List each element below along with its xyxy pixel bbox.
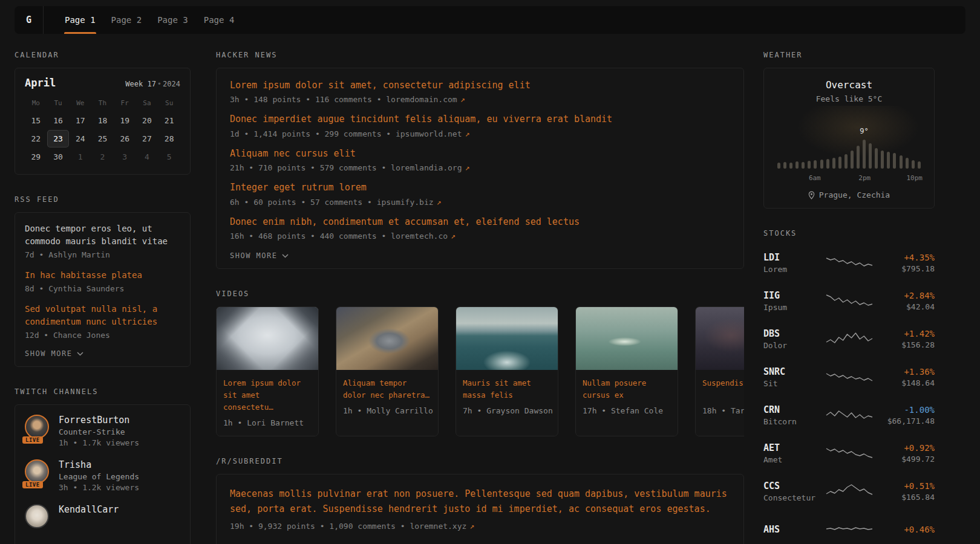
weather-bar (789, 163, 792, 169)
stock-row[interactable]: DBSDolor+1.42%$156.28 (763, 320, 935, 358)
video-card[interactable]: Nullam posuere cursus ex17h • Stefan Col… (575, 306, 678, 436)
hackernews-item-domain[interactable]: ipsumify.biz (377, 198, 434, 207)
weather-bar (863, 140, 866, 169)
show-more-label: SHOW MORE (230, 251, 278, 260)
stocks-list: LDILorem+4.35%$795.18IIGIpsum+2.84%$42.0… (763, 244, 935, 544)
twitch-channel-name[interactable]: KendallCarr (59, 504, 119, 515)
nav-tab-page-1[interactable]: Page 1 (57, 6, 103, 34)
app-logo[interactable]: G (15, 6, 44, 34)
weather-bar (893, 153, 896, 169)
stock-row[interactable]: CRNBitcorn-1.00%$66,171.48 (763, 396, 935, 434)
video-title[interactable]: Lorem ipsum dolor sit amet consectetu… (223, 377, 313, 413)
left-column: CALENDAR April Week 17•2024 MoTuWeThFrSa… (15, 34, 191, 544)
nav-tab-page-3[interactable]: Page 3 (149, 6, 196, 34)
hackernews-items: Lorem ipsum dolor sit amet, consectetur … (230, 79, 730, 242)
nav-tab-page-4[interactable]: Page 4 (196, 6, 243, 34)
calendar-day: 20 (136, 112, 158, 129)
weather-bar-column (875, 148, 878, 169)
stock-sparkline (819, 520, 879, 539)
stock-identity: LDILorem (763, 252, 819, 274)
stock-sparkline (819, 292, 879, 310)
weather-bar-column (851, 151, 854, 169)
hackernews-item-domain[interactable]: loremdomain.com (386, 95, 457, 104)
weather-bar-column (814, 160, 817, 169)
hackernews-item-domain[interactable]: loremlandia.org (391, 163, 462, 172)
hackernews-item-title[interactable]: Donec enim nibh, condimentum et accumsan… (230, 216, 730, 228)
stock-identity: SNRCSit (763, 366, 819, 388)
hackernews-item: Donec imperdiet augue tincidunt felis al… (230, 113, 730, 139)
twitch-channel-name[interactable]: Trisha (59, 459, 139, 470)
stock-row[interactable]: SNRCSit+1.36%$148.64 (763, 358, 935, 396)
hackernews-item-title[interactable]: Integer eget rutrum lorem (230, 181, 730, 193)
twitch-avatar-wrap: LIVE (25, 415, 50, 444)
rss-item-title[interactable]: Sed volutpat nulla nisl, a condimentum n… (25, 303, 180, 328)
separator-dot: • (156, 80, 163, 88)
twitch-channel-meta: 3h • 1.2k viewers (59, 483, 139, 492)
weather-bar-column (777, 163, 780, 169)
stock-symbol: AET (763, 442, 819, 453)
calendar-dow-label: Sa (136, 95, 158, 111)
hackernews-item-title[interactable]: Lorem ipsum dolor sit amet, consectetur … (230, 79, 730, 91)
video-title[interactable]: Aliquam tempor dolor nec pharetra… (343, 377, 433, 401)
reddit-item-domain[interactable]: loremnet.xyz (410, 522, 466, 531)
stock-values: -1.00%$66,171.48 (879, 405, 935, 426)
rss-show-more-button[interactable]: SHOW MORE (25, 349, 83, 358)
hackernews-item-meta: 6h • 60 points • 57 comments • ipsumify.… (230, 197, 730, 208)
video-meta: 1h • Lori Barnett (223, 418, 313, 427)
weather-bar-column (869, 143, 872, 169)
stock-values: +0.92%$499.72 (879, 443, 935, 464)
calendar-day: 28 (158, 130, 180, 147)
stock-price: $156.28 (879, 340, 935, 349)
twitch-channel-info: TrishaLeague of Legends3h • 1.2k viewers (59, 459, 139, 492)
videos-row: Lorem ipsum dolor sit amet consectetu…1h… (216, 306, 744, 436)
rss-item-title[interactable]: Donec tempor eros leo, ut commodo mauris… (25, 222, 180, 248)
top-nav: G Page 1Page 2Page 3Page 4 (15, 6, 965, 34)
hackernews-item-title[interactable]: Aliquam nec cursus elit (230, 147, 730, 160)
twitch-channel-item[interactable]: KendallCarr (25, 504, 180, 533)
chevron-down-icon (282, 254, 289, 258)
stock-row[interactable]: CCSConsectetur+0.51%$165.84 (763, 472, 935, 510)
hackernews-item-domain[interactable]: loremtech.co (391, 232, 448, 241)
stock-row[interactable]: LDILorem+4.35%$795.18 (763, 244, 935, 282)
hackernews-item-stats: 3h • 148 points • 116 comments • (230, 95, 386, 104)
calendar-day: 24 (69, 130, 91, 147)
hackernews-item-domain[interactable]: ipsumworld.net (396, 129, 462, 138)
stock-identity: CRNBitcorn (763, 404, 819, 426)
weather-bar-column (906, 158, 909, 169)
stock-change: +0.92% (879, 443, 935, 453)
video-card[interactable]: Suspendisse diam18h • Tara (695, 306, 744, 436)
stock-row[interactable]: AHS+0.46% (763, 510, 935, 544)
video-title[interactable]: Suspendisse diam (702, 377, 744, 401)
stock-sparkline-svg (826, 482, 873, 500)
stock-row[interactable]: IIGIpsum+2.84%$42.04 (763, 282, 935, 320)
weather-bar-column (826, 159, 829, 169)
twitch-channel-item[interactable]: LIVETrishaLeague of Legends3h • 1.2k vie… (25, 459, 180, 492)
video-meta: 18h • Tara (702, 406, 744, 415)
calendar-day: 1 (69, 148, 91, 166)
stock-change: +4.35% (879, 253, 935, 262)
weather-bar-column (900, 155, 903, 169)
rss-item-meta: 7d • Ashlyn Martin (25, 250, 180, 259)
calendar-header: April Week 17•2024 (25, 77, 180, 89)
avatar (25, 415, 49, 439)
nav-tab-page-2[interactable]: Page 2 (103, 6, 150, 34)
video-card[interactable]: Lorem ipsum dolor sit amet consectetu…1h… (216, 306, 319, 436)
reddit-item-title[interactable]: Maecenas mollis pulvinar erat non posuer… (230, 487, 730, 517)
weather-bar (783, 162, 786, 169)
stock-row[interactable]: AETAmet+0.92%$499.72 (763, 434, 935, 472)
twitch-channel-item[interactable]: LIVEForrestBurtonCounter-Strike1h • 1.7k… (25, 415, 180, 447)
video-title[interactable]: Mauris sit amet massa felis (463, 377, 553, 401)
weather-bar (795, 161, 799, 169)
video-card[interactable]: Aliquam tempor dolor nec pharetra…1h • M… (336, 306, 439, 436)
hackernews-item-title[interactable]: Donec imperdiet augue tincidunt felis al… (230, 113, 730, 125)
video-card[interactable]: Mauris sit amet massa felis7h • Grayson … (456, 306, 558, 436)
stock-values: +2.84%$42.04 (879, 291, 935, 311)
calendar-dow-label: Tu (47, 95, 70, 111)
video-title[interactable]: Nullam posuere cursus ex (583, 377, 673, 401)
rss-item-title[interactable]: In hac habitasse platea (25, 269, 180, 282)
stock-sparkline-svg (826, 330, 873, 348)
twitch-channel-name[interactable]: ForrestBurton (59, 415, 139, 426)
hackernews-show-more-button[interactable]: SHOW MORE (230, 251, 289, 260)
calendar-day: 16 (47, 112, 70, 129)
weather-hour-label: 6am (809, 174, 821, 182)
